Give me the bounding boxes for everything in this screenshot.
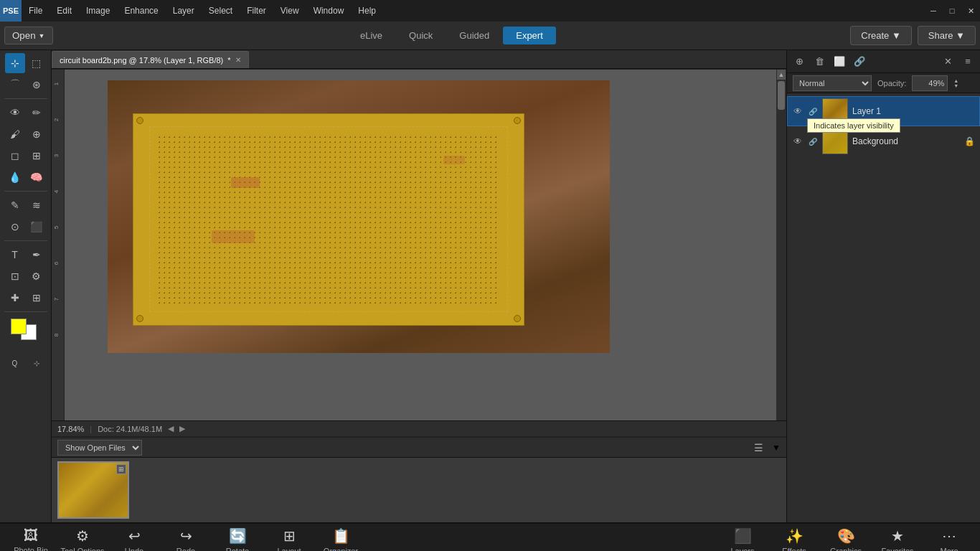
menu-layer[interactable]: Layer: [166, 0, 202, 22]
svg-text:3: 3: [53, 154, 60, 157]
burn-tool[interactable]: ⬛: [27, 217, 47, 237]
layer-visibility-layer1[interactable]: 👁: [792, 105, 804, 117]
favorites-icon: ★: [891, 527, 904, 545]
menu-filter[interactable]: Filter: [240, 0, 273, 22]
layer-link-background[interactable]: 🔗: [808, 136, 818, 146]
favorites-button[interactable]: ★ Favorites: [872, 524, 923, 551]
blend-mode-select[interactable]: Normal: [793, 75, 872, 91]
selection-tool[interactable]: ⬚: [27, 53, 47, 73]
photo-bin-button[interactable]: 🖼 Photo Bin: [6, 524, 56, 551]
graphics-button[interactable]: 🎨 Graphics: [821, 524, 871, 551]
cookie-cutter-tool[interactable]: ⚙: [27, 266, 47, 286]
status-arrow[interactable]: ◀: [168, 424, 174, 433]
layer-row-layer1[interactable]: 👁 🔗 Layer 1: [787, 96, 980, 126]
effects-button[interactable]: ✨ Effects: [769, 524, 819, 551]
redo-button[interactable]: ↪ Redo: [161, 524, 211, 551]
svg-text:4: 4: [53, 189, 60, 193]
opacity-label: Opacity:: [877, 79, 906, 88]
quick-access-tool[interactable]: Q: [5, 353, 25, 373]
layers-button[interactable]: ⬛ Layers: [717, 524, 768, 551]
tab-filename: circuit board2b.png @ 17.8% (Layer 1, RG…: [60, 56, 223, 65]
menu-view[interactable]: View: [273, 0, 306, 22]
svg-text:5: 5: [53, 225, 60, 229]
organizer-button[interactable]: 📋 Organizer: [316, 524, 366, 551]
lasso-tool[interactable]: ⌒: [5, 75, 25, 95]
panel-more-button[interactable]: ✕: [938, 52, 957, 71]
open-button[interactable]: Open ▼: [4, 27, 53, 44]
rotate-button[interactable]: 🔄 Rotate: [212, 524, 263, 551]
create-button[interactable]: Create ▼: [850, 26, 912, 45]
panel-fill-button[interactable]: ⬜: [830, 52, 849, 71]
share-button[interactable]: Share ▼: [918, 26, 976, 45]
show-open-files-select[interactable]: Show Open Files: [57, 440, 142, 456]
hand-tool[interactable]: ✚: [5, 288, 25, 308]
panel-link-button[interactable]: 🔗: [850, 52, 869, 71]
dodge-tool[interactable]: ⊙: [5, 217, 25, 237]
opacity-up-arrow[interactable]: ▲: [953, 78, 958, 83]
clone-tool[interactable]: ⊕: [27, 124, 47, 144]
opacity-down-arrow[interactable]: ▼: [953, 83, 958, 88]
photo-thumbnail[interactable]: ⊞: [57, 461, 129, 519]
bin-expand-button[interactable]: ▼: [772, 443, 781, 453]
gradient-tool[interactable]: 💧: [5, 167, 25, 187]
layer-row-background[interactable]: 👁 🔗 Background 🔒: [787, 126, 980, 156]
brush-tool[interactable]: 🖌: [5, 124, 25, 144]
foreground-color[interactable]: [11, 319, 27, 334]
polygon-lasso-tool[interactable]: ⊹: [27, 353, 47, 373]
eyedropper-tool[interactable]: 👁: [5, 103, 25, 123]
more-button[interactable]: ⋯ More: [924, 524, 974, 551]
layer-visibility-background[interactable]: 👁: [792, 136, 804, 147]
menu-window[interactable]: Window: [306, 0, 352, 22]
eraser-tool[interactable]: ◻: [5, 146, 25, 166]
eye-tools: 👁 ✏: [5, 103, 47, 123]
text-tool[interactable]: T: [5, 245, 25, 265]
canvas-scroll[interactable]: ▲ ▼ ◀ ▶: [65, 70, 786, 420]
tab-expert[interactable]: Expert: [503, 27, 556, 44]
bin-settings-button[interactable]: ☰: [754, 442, 763, 453]
active-tab[interactable]: circuit board2b.png @ 17.8% (Layer 1, RG…: [52, 51, 249, 68]
ruler-left: 1 2 3 4 5 6 7 8: [52, 70, 65, 420]
bucket-tool[interactable]: 🧠: [27, 167, 47, 187]
menu-image[interactable]: Image: [79, 0, 117, 22]
tab-elive[interactable]: eLive: [347, 27, 395, 44]
tool-options-button[interactable]: ⚙ Tool Options: [57, 524, 108, 551]
svg-text:1: 1: [53, 82, 60, 85]
minimize-button[interactable]: ─: [924, 1, 943, 20]
favorites-label: Favorites: [881, 547, 913, 552]
thumb-badge: ⊞: [116, 464, 126, 474]
canvas-image: [108, 80, 610, 353]
tab-quick[interactable]: Quick: [396, 27, 446, 44]
blur-tool[interactable]: ≋: [27, 195, 47, 215]
layer-link-layer1[interactable]: 🔗: [808, 106, 818, 116]
menu-help[interactable]: Help: [351, 0, 383, 22]
panel-close-button[interactable]: ≡: [958, 52, 977, 71]
tab-close-button[interactable]: ✕: [235, 56, 241, 64]
selection-tools: ⊹ ⬚: [5, 53, 47, 73]
pencil-tool[interactable]: ✎: [5, 195, 25, 215]
maximize-button[interactable]: □: [943, 1, 961, 20]
custom-shape-tool[interactable]: ✒: [27, 245, 47, 265]
polygon-tool[interactable]: ⊞: [27, 288, 47, 308]
brain-tool[interactable]: ⊞: [27, 146, 47, 166]
canvas-content-area: 1 2 3 4 5 6 7 8: [52, 70, 786, 420]
layout-button[interactable]: ⊞ Layout: [264, 524, 314, 551]
menu-file[interactable]: File: [22, 0, 50, 22]
panel-delete-button[interactable]: 🗑: [810, 52, 829, 71]
menu-edit[interactable]: Edit: [50, 0, 79, 22]
menu-select[interactable]: Select: [202, 0, 240, 22]
spot-heal-tool[interactable]: ✏: [27, 103, 47, 123]
panel-new-layer-button[interactable]: ⊕: [790, 52, 809, 71]
opacity-input[interactable]: [912, 75, 948, 91]
vertical-scrollbar[interactable]: ▲ ▼: [776, 70, 786, 420]
tool-options-label: Tool Options: [60, 547, 104, 552]
crop-tools: ⊡ ⚙: [5, 266, 47, 286]
move-tool[interactable]: ⊹: [5, 53, 25, 73]
layer-lock-icon: 🔒: [964, 136, 975, 146]
menu-enhance[interactable]: Enhance: [117, 0, 165, 22]
crop-tool[interactable]: ⊡: [5, 266, 25, 286]
magic-wand-tool[interactable]: ⊛: [27, 75, 47, 95]
tab-guided[interactable]: Guided: [446, 27, 502, 44]
undo-button[interactable]: ↩ Undo: [109, 524, 159, 551]
status-right-arrow[interactable]: ▶: [179, 424, 185, 433]
close-button[interactable]: ✕: [961, 1, 980, 20]
